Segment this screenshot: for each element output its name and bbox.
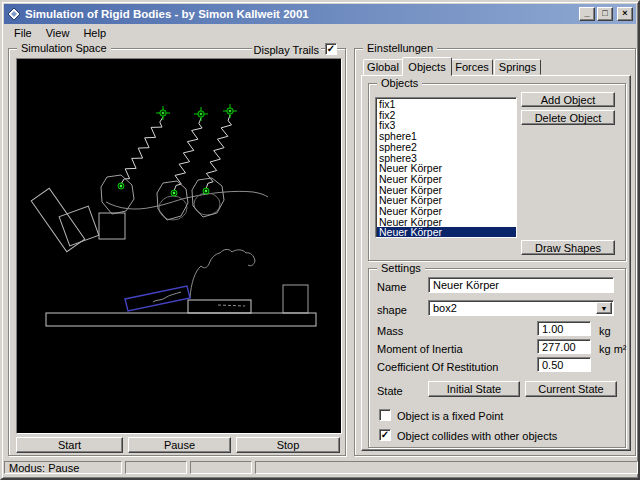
- trail-loop: [159, 196, 187, 220]
- menu-item-view[interactable]: View: [40, 25, 76, 41]
- restitution-label: Coefficient Of Restitution: [377, 361, 498, 373]
- draw-shapes-button[interactable]: Draw Shapes: [521, 240, 615, 255]
- attach-point-icon: [203, 188, 209, 194]
- compressed-spring: [218, 305, 245, 306]
- objects-group-label: Objects: [377, 77, 422, 90]
- shape-combobox[interactable]: box2 ▼: [428, 300, 614, 316]
- body-outline: [101, 175, 134, 214]
- restitution-field[interactable]: 0.50: [537, 357, 591, 372]
- window-title: Simulation of Rigid Bodies - by Simon Ka…: [25, 8, 309, 20]
- app-icon: [7, 7, 21, 21]
- einstellungen-label: Einstellungen: [363, 42, 437, 55]
- objects-group: Objects fix1fix2fix3sphere1sphere2sphere…: [368, 83, 626, 261]
- status-panel-4: [255, 461, 638, 474]
- state-label: State: [377, 385, 403, 397]
- attach-point-icon: [118, 183, 124, 189]
- list-item[interactable]: fix1: [377, 99, 516, 110]
- einstellungen-group: Einstellungen SpringsForcesObjectsGlobal…: [354, 48, 636, 456]
- objects-tab-panel: Objects fix1fix2fix3sphere1sphere2sphere…: [361, 75, 631, 451]
- display-trails-checkbox[interactable]: ✓: [325, 43, 337, 55]
- collides-checkbox[interactable]: ✓: [379, 429, 391, 441]
- settings-group: Settings Name Neuer Körper shape box2 ▼ …: [368, 268, 626, 448]
- settings-group-label: Settings: [377, 262, 425, 275]
- objects-listbox[interactable]: fix1fix2fix3sphere1sphere2sphere3Neuer K…: [375, 97, 517, 238]
- simulation-space-group: Simulation Space Display Trails ✓ Start …: [8, 48, 346, 456]
- tab-global[interactable]: Global: [363, 59, 403, 75]
- stop-button[interactable]: Stop: [236, 437, 340, 453]
- rotated-box-body: [59, 206, 99, 246]
- status-panel-3: [190, 461, 252, 474]
- box-body: [188, 300, 251, 313]
- shape-value: box2: [433, 302, 457, 314]
- fixed-point-label: Object is a fixed Point: [397, 410, 503, 422]
- menu-bar: FileViewHelp: [4, 24, 636, 42]
- list-item[interactable]: fix2: [377, 110, 516, 121]
- attach-point-icon: [171, 190, 177, 196]
- trail-path: [190, 249, 255, 298]
- app-window: Simulation of Rigid Bodies - by Simon Ka…: [0, 0, 640, 480]
- start-button[interactable]: Start: [16, 437, 123, 453]
- anchor-marker-icon: [194, 107, 208, 121]
- menu-item-file[interactable]: File: [8, 25, 38, 41]
- list-item[interactable]: Neuer Körper: [377, 227, 516, 238]
- anchor-marker-icon: [156, 106, 170, 120]
- tab-objects[interactable]: Objects: [402, 57, 452, 76]
- mass-field[interactable]: 1.00: [537, 321, 591, 336]
- mass-label: Mass: [377, 325, 403, 337]
- add-object-button[interactable]: Add Object: [521, 92, 615, 107]
- anchor-marker-icon: [223, 104, 237, 118]
- maximize-icon[interactable]: □: [597, 7, 613, 21]
- initial-state-button[interactable]: Initial State: [428, 381, 520, 397]
- rotated-box-body: [31, 188, 85, 251]
- current-state-button[interactable]: Current State: [525, 381, 617, 397]
- simulation-drawing: [17, 59, 341, 433]
- delete-object-button[interactable]: Delete Object: [521, 110, 615, 125]
- collides-label: Object collides with other objects: [397, 430, 557, 442]
- simulation-canvas[interactable]: [16, 58, 342, 434]
- menu-item-help[interactable]: Help: [77, 25, 112, 41]
- status-panel-2: [125, 461, 187, 474]
- simulation-space-label: Simulation Space: [17, 42, 111, 55]
- display-trails-label: Display Trails: [252, 44, 321, 56]
- name-label: Name: [377, 281, 406, 293]
- spring: [121, 117, 163, 184]
- minimize-icon[interactable]: _: [579, 7, 595, 21]
- name-field[interactable]: Neuer Körper: [428, 277, 614, 293]
- box-body: [99, 213, 125, 239]
- inertia-label: Moment of Inertia: [377, 343, 463, 355]
- box-body: [283, 285, 308, 313]
- box-body: [46, 313, 316, 326]
- tab-forces[interactable]: Forces: [451, 59, 493, 75]
- close-icon[interactable]: ×: [617, 7, 633, 21]
- mass-unit: kg: [599, 325, 611, 337]
- pause-button[interactable]: Pause: [128, 437, 231, 453]
- inertia-field[interactable]: 277.00: [537, 339, 591, 354]
- inertia-unit: kg m²: [599, 343, 627, 355]
- fixed-point-checkbox[interactable]: [379, 409, 391, 421]
- chevron-down-icon[interactable]: ▼: [596, 302, 612, 314]
- tab-springs[interactable]: Springs: [494, 59, 541, 75]
- title-bar: Simulation of Rigid Bodies - by Simon Ka…: [4, 4, 636, 24]
- status-bar: Modus: Pause: [4, 459, 636, 476]
- selected-body-outline: [125, 286, 190, 311]
- list-item[interactable]: sphere2: [377, 142, 516, 153]
- shape-label: shape: [377, 304, 407, 316]
- status-mode: Modus: Pause: [4, 461, 122, 474]
